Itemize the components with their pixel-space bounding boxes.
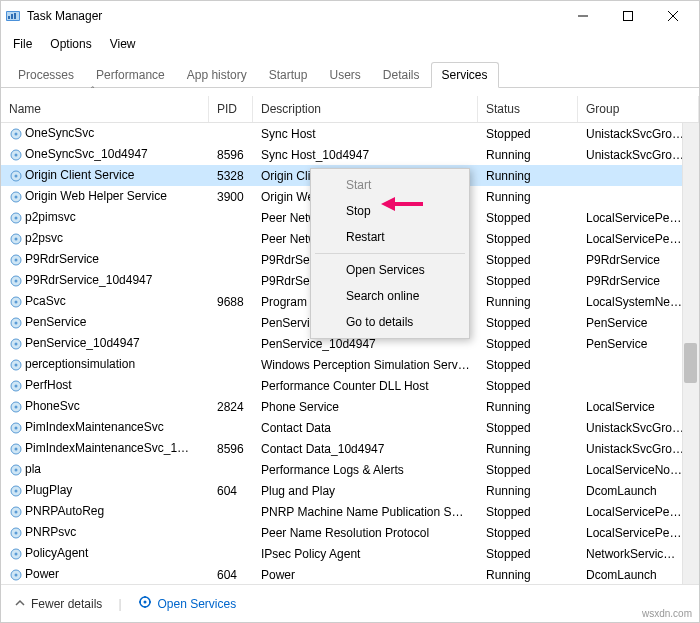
service-pid: [209, 259, 253, 261]
scroll-thumb[interactable]: [684, 343, 697, 383]
tabbar: ProcessesPerformanceApp historyStartupUs…: [1, 57, 699, 88]
ctx-search-online[interactable]: Search online: [314, 283, 466, 309]
status-divider: |: [118, 597, 121, 611]
tab-details[interactable]: Details: [372, 62, 431, 88]
service-group: PenService: [578, 315, 699, 331]
service-status: Stopped: [478, 231, 578, 247]
service-name: p2psvc: [25, 231, 63, 245]
tab-services[interactable]: Services: [431, 62, 499, 88]
table-row[interactable]: PimIndexMaintenanceSvc_1…8596Contact Dat…: [1, 438, 699, 459]
table-row[interactable]: PNRPsvcPeer Name Resolution ProtocolStop…: [1, 522, 699, 543]
service-pid: [209, 217, 253, 219]
maximize-button[interactable]: [605, 2, 650, 30]
svg-point-12: [15, 153, 18, 156]
open-services-link[interactable]: Open Services: [138, 595, 237, 612]
header-pid[interactable]: PID: [209, 96, 253, 122]
service-pid: [209, 343, 253, 345]
header-description[interactable]: Description: [253, 96, 478, 122]
table-row[interactable]: PhoneSvc2824Phone ServiceRunningLocalSer…: [1, 396, 699, 417]
svg-point-34: [15, 384, 18, 387]
scrollbar[interactable]: [682, 123, 699, 584]
menubar: File Options View: [1, 31, 699, 57]
table-row[interactable]: perceptionsimulationWindows Perception S…: [1, 354, 699, 375]
service-pid: [209, 532, 253, 534]
service-name: PimIndexMaintenanceSvc_1…: [25, 441, 189, 455]
tab-performance[interactable]: Performance: [85, 62, 176, 88]
service-pid: [209, 553, 253, 555]
header-status[interactable]: Status: [478, 96, 578, 122]
service-status: Stopped: [478, 273, 578, 289]
window-title: Task Manager: [27, 9, 560, 23]
service-group: PenService: [578, 336, 699, 352]
table-row[interactable]: OneSyncSvc_10d49478596Sync Host_10d4947R…: [1, 144, 699, 165]
minimize-button[interactable]: [560, 2, 605, 30]
ctx-go-to-details[interactable]: Go to details: [314, 309, 466, 335]
service-name: Origin Web Helper Service: [25, 189, 167, 203]
service-pid: [209, 133, 253, 135]
service-desc: Plug and Play: [253, 483, 478, 499]
tab-users[interactable]: Users: [318, 62, 371, 88]
table-row[interactable]: PNRPAutoRegPNRP Machine Name Publication…: [1, 501, 699, 522]
service-desc: IPsec Policy Agent: [253, 546, 478, 562]
gear-icon: [9, 316, 23, 330]
service-group: P9RdrService: [578, 273, 699, 289]
tab-startup[interactable]: Startup: [258, 62, 319, 88]
chevron-up-icon: [15, 597, 25, 611]
service-group: [578, 385, 699, 387]
service-pid: [209, 511, 253, 513]
svg-point-32: [15, 363, 18, 366]
table-row[interactable]: PlugPlay604Plug and PlayRunningDcomLaunc…: [1, 480, 699, 501]
ctx-restart[interactable]: Restart: [314, 224, 466, 250]
service-group: [578, 364, 699, 366]
service-status: Stopped: [478, 504, 578, 520]
svg-point-14: [15, 174, 18, 177]
table-row[interactable]: PerfHostPerformance Counter DLL HostStop…: [1, 375, 699, 396]
fewer-details-link[interactable]: Fewer details: [15, 597, 102, 611]
service-pid: [209, 385, 253, 387]
header-group[interactable]: Group: [578, 96, 699, 122]
service-name: PhoneSvc: [25, 399, 80, 413]
menu-file[interactable]: File: [5, 33, 40, 55]
svg-point-44: [15, 489, 18, 492]
service-pid: 8596: [209, 147, 253, 163]
header-name[interactable]: Name: [1, 96, 209, 122]
watermark: wsxdn.com: [642, 608, 692, 619]
table-row[interactable]: PolicyAgentIPsec Policy AgentStoppedNetw…: [1, 543, 699, 564]
service-pid: 5328: [209, 168, 253, 184]
service-group: [578, 175, 699, 177]
close-button[interactable]: [650, 2, 695, 30]
gear-icon: [9, 505, 23, 519]
svg-point-36: [15, 405, 18, 408]
tab-app-history[interactable]: App history: [176, 62, 258, 88]
svg-rect-2: [8, 16, 10, 19]
svg-point-20: [15, 237, 18, 240]
service-name: PcaSvc: [25, 294, 66, 308]
table-row[interactable]: Power604PowerRunningDcomLaunch: [1, 564, 699, 584]
service-name: PenService: [25, 315, 86, 329]
service-group: P9RdrService: [578, 252, 699, 268]
service-status: Stopped: [478, 525, 578, 541]
svg-point-58: [143, 601, 146, 604]
app-icon: [5, 8, 21, 24]
service-status: Stopped: [478, 252, 578, 268]
svg-point-50: [15, 552, 18, 555]
service-status: Running: [478, 294, 578, 310]
svg-point-48: [15, 531, 18, 534]
gear-icon: [9, 274, 23, 288]
table-row[interactable]: plaPerformance Logs & AlertsStoppedLocal…: [1, 459, 699, 480]
svg-point-26: [15, 300, 18, 303]
gear-icon: [9, 526, 23, 540]
menu-options[interactable]: Options: [42, 33, 99, 55]
ctx-open-services[interactable]: Open Services: [314, 257, 466, 283]
window: Task Manager File Options View Processes…: [0, 0, 700, 623]
tab-processes[interactable]: Processes: [7, 62, 85, 88]
service-group: DcomLaunch: [578, 483, 699, 499]
table-row[interactable]: PimIndexMaintenanceSvcContact DataStoppe…: [1, 417, 699, 438]
table-row[interactable]: OneSyncSvcSync HostStoppedUnistackSvcGro…: [1, 123, 699, 144]
gear-icon: [9, 127, 23, 141]
service-pid: [209, 469, 253, 471]
service-group: LocalServiceNo…: [578, 462, 699, 478]
svg-point-30: [15, 342, 18, 345]
menu-view[interactable]: View: [102, 33, 144, 55]
gear-icon: [9, 421, 23, 435]
